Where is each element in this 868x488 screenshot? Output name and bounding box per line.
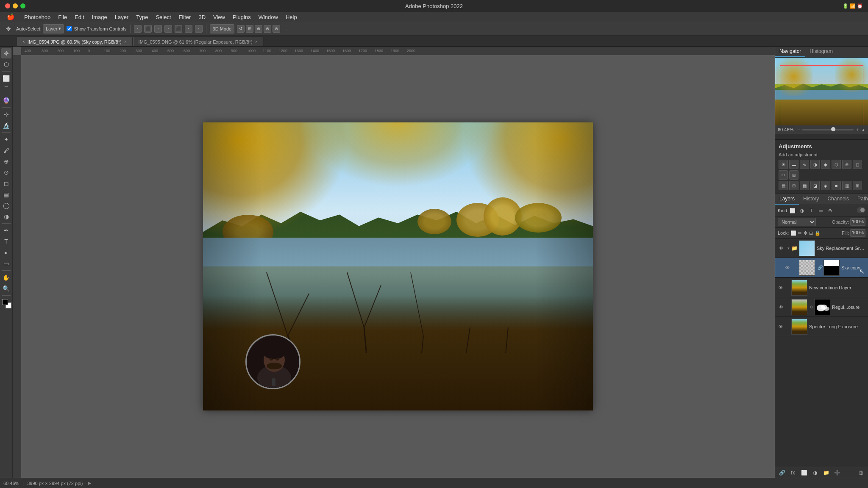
color-swatches[interactable] [1, 299, 11, 308]
tab-close-1[interactable]: × [124, 39, 127, 44]
layer-visibility-spectre[interactable]: 👁 [777, 323, 785, 330]
apple-menu[interactable]: 🍎 [3, 12, 18, 22]
tab-close-2[interactable]: × [255, 39, 258, 44]
healing-brush-tool[interactable]: ✦ [1, 134, 11, 144]
menu-file[interactable]: File [55, 13, 70, 21]
adj-vibrance-icon[interactable]: ◆ [821, 160, 830, 169]
adj-gradient-icon[interactable]: ▥ [842, 181, 851, 190]
tab-paths[interactable]: Paths [853, 194, 868, 205]
align-right-icon[interactable]: ⬝ [154, 25, 162, 33]
layer-visibility-sky-group[interactable]: 👁 [777, 244, 785, 252]
quick-select-tool[interactable]: 🔮 [1, 95, 11, 105]
path-select-tool[interactable]: ▸ [1, 247, 11, 258]
blend-mode-select[interactable]: Normal [778, 218, 816, 226]
show-transform-label[interactable]: Show Transform Controls [67, 26, 126, 31]
menu-image[interactable]: Image [89, 13, 111, 21]
transform-icon[interactable]: ⊞ [246, 25, 253, 33]
lock-artboard-icon[interactable]: ⊞ [809, 230, 813, 236]
pen-tool[interactable]: ✒ [1, 225, 11, 236]
artboard-tool[interactable]: ⬡ [1, 59, 11, 69]
tab-histogram[interactable]: Histogram [805, 47, 837, 57]
adj-channel-mixer-icon[interactable]: ⊞ [789, 170, 798, 180]
layer-row-new-combined[interactable]: 👁 New combined layer [775, 278, 868, 297]
align-middle-v-icon[interactable]: ⬛ [175, 25, 182, 33]
eraser-tool[interactable]: ◻ [1, 178, 11, 189]
adj-solid-color-icon[interactable]: ■ [832, 181, 841, 190]
adj-brightness-icon[interactable]: ☀ [779, 160, 788, 169]
delete-layer-btn[interactable]: 🗑 [857, 469, 865, 477]
opacity-value[interactable]: 100% [850, 218, 865, 226]
add-mask-btn[interactable]: ⬜ [800, 469, 808, 477]
pan-icon[interactable]: ⊘ [273, 25, 280, 33]
lock-pixel-icon[interactable]: ⬜ [790, 230, 796, 236]
move-tool-icon[interactable]: ✥ [3, 24, 14, 34]
menu-edit[interactable]: Edit [71, 13, 87, 21]
fill-value[interactable]: 100% [850, 229, 865, 237]
layer-visibility-sky-copy[interactable]: 👁 [784, 264, 791, 272]
dodge-tool[interactable]: ◑ [1, 211, 11, 222]
adj-invert-icon[interactable]: ⊟ [789, 181, 798, 190]
layer-row-regular-exposure[interactable]: 👁 ⊙ [775, 297, 868, 317]
adj-posterize-icon[interactable]: ▦ [800, 181, 809, 190]
maximize-button[interactable] [20, 3, 25, 8]
menu-filter[interactable]: Filter [175, 13, 195, 21]
lasso-tool[interactable]: ⌒ [1, 84, 11, 94]
layer-row-sky-replacement-group[interactable]: 👁 ▾ 📁 Sky Replacement Group [775, 238, 868, 258]
adj-curves-icon[interactable]: ∿ [800, 160, 809, 169]
menu-type[interactable]: Type [133, 13, 151, 21]
align-icon[interactable]: ⊕ [255, 25, 262, 33]
close-button[interactable] [5, 3, 10, 8]
layer-row-sky-copy[interactable]: 👁 🔗 Sky copy ↖ [775, 258, 868, 277]
align-left-icon[interactable]: ⬝ [134, 25, 142, 33]
adj-levels-icon[interactable]: ▬ [789, 160, 798, 169]
menu-photoshop[interactable]: Photoshop [21, 13, 54, 21]
hand-tool[interactable]: ✋ [1, 272, 11, 283]
layer-filter-pixel-icon[interactable]: ⬜ [789, 207, 796, 214]
blur-tool[interactable]: ◯ [1, 200, 11, 211]
camera-icon[interactable]: ⊗ [264, 25, 271, 33]
lock-gradient-icon[interactable]: ✏ [798, 230, 802, 236]
layer-visibility-new-combined[interactable]: 👁 [777, 284, 785, 291]
menu-3d[interactable]: 3D [195, 13, 209, 21]
more-options-btn[interactable]: ··· [284, 26, 288, 31]
minimize-button[interactable] [13, 3, 18, 8]
tab-img0595[interactable]: IMG_0595.DNG @ 61.6% (Regular Exposure, … [133, 37, 263, 46]
layer-filter-smart-icon[interactable]: ⊕ [826, 207, 834, 214]
show-transform-checkbox[interactable] [67, 26, 72, 31]
lock-position-icon[interactable]: ✥ [804, 230, 807, 236]
menu-plugins[interactable]: Plugins [229, 13, 254, 21]
link-layers-btn[interactable]: 🔗 [778, 469, 786, 477]
menu-layer[interactable]: Layer [111, 13, 132, 21]
layer-row-spectre[interactable]: 👁 Spectre Long Exposure [775, 317, 868, 336]
layer-filter-text-icon[interactable]: T [807, 207, 815, 214]
crop-tool[interactable]: ⊹ [1, 109, 11, 119]
adj-exposure-icon[interactable]: ◑ [810, 160, 820, 169]
marquee-tool[interactable]: ⬜ [1, 73, 11, 83]
adj-pattern-icon[interactable]: ⊞ [853, 181, 862, 190]
history-brush-tool[interactable]: ⊙ [1, 167, 11, 177]
brush-tool[interactable]: 🖌 [1, 145, 11, 155]
new-layer-btn[interactable]: ➕ [833, 469, 841, 477]
tab-history[interactable]: History [799, 194, 823, 205]
zoom-minus-icon[interactable]: − [797, 127, 800, 132]
align-bottom-icon[interactable]: ⬝ [185, 25, 192, 33]
layer-visibility-regular[interactable]: 👁 [777, 303, 785, 311]
stamp-tool[interactable]: ⊕ [1, 156, 11, 166]
shape-tool[interactable]: ▭ [1, 258, 11, 269]
menu-select[interactable]: Select [152, 13, 174, 21]
layer-expand-sky-group[interactable]: ▾ [785, 245, 791, 251]
tab-channels[interactable]: Channels [823, 194, 853, 205]
adj-bw-icon[interactable]: ◻ [853, 160, 862, 169]
new-group-btn[interactable]: 📁 [822, 469, 830, 477]
zoom-tool[interactable]: 🔍 [1, 283, 11, 294]
layer-filter-toggle[interactable] [857, 207, 865, 214]
menu-view[interactable]: View [210, 13, 228, 21]
foreground-color[interactable] [2, 299, 8, 305]
adj-photo-filter-icon[interactable]: ⬭ [779, 170, 788, 180]
move-tool[interactable]: ✥ [1, 48, 11, 58]
zoom-slider[interactable] [802, 129, 853, 130]
menu-window[interactable]: Window [255, 13, 281, 21]
tab-layers[interactable]: Layers [775, 194, 799, 205]
zoom-plus-icon[interactable]: + [856, 127, 859, 132]
text-tool[interactable]: T [1, 236, 11, 247]
